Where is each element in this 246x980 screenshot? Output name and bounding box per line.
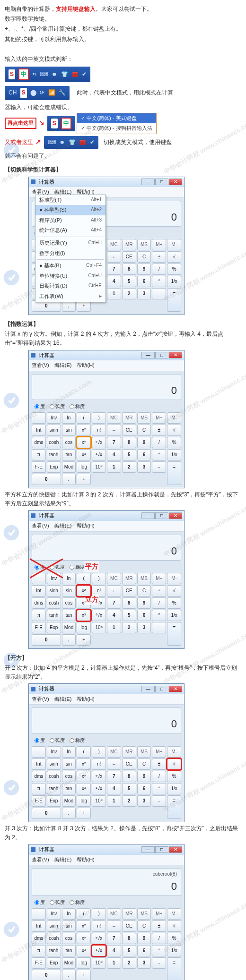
key-FE[interactable]: F-E [32, 461, 46, 473]
menu-item-basic[interactable]: ● 基本(B)Ctrl+F4 [35, 261, 105, 271]
key-8[interactable]: 8 [122, 437, 136, 448]
key-mul[interactable]: * [152, 610, 166, 621]
key-mul[interactable]: * [152, 945, 166, 956]
key-x3[interactable]: x³ [77, 449, 91, 460]
radio-grad[interactable]: 梯度 [70, 737, 85, 744]
key-Mm[interactable]: M- [167, 908, 181, 920]
key-eq[interactable]: = [167, 461, 181, 485]
key-log[interactable]: log [77, 622, 91, 633]
key-mul[interactable]: * [152, 449, 166, 460]
key-Int[interactable]: Int [32, 585, 46, 597]
key-MR[interactable]: MR [122, 573, 136, 584]
key-Mod[interactable]: Mod [62, 957, 76, 969]
key-tan[interactable]: tan [62, 945, 76, 956]
key-Mp[interactable]: M+ [152, 239, 166, 250]
key-5[interactable]: 5 [122, 449, 136, 460]
key-0[interactable]: 0 [32, 634, 61, 646]
key-inv[interactable]: 1/x [167, 945, 181, 956]
key-sqrt[interactable]: √ [167, 251, 181, 263]
menu-edit[interactable]: 编辑(E) [54, 362, 72, 368]
key-sqrt[interactable]: √ [167, 425, 181, 436]
key-MR[interactable]: MR [122, 908, 136, 920]
key-Int[interactable]: Int [32, 758, 46, 770]
key-Inv[interactable]: Inv [47, 908, 61, 920]
key-mul[interactable]: * [152, 783, 166, 794]
key-9[interactable]: 9 [137, 597, 151, 609]
key-6[interactable]: 6 [137, 449, 151, 460]
key-lp[interactable]: ( [77, 908, 91, 920]
menu-view[interactable]: 查看(V) [32, 362, 49, 368]
menu-view[interactable]: 查看(V) [32, 857, 49, 862]
key-MC[interactable]: MC [107, 239, 121, 250]
key-div[interactable]: / [152, 933, 166, 944]
key-dms[interactable]: dms [32, 437, 46, 448]
menu-help[interactable]: 帮助(H) [77, 523, 94, 528]
key-tan[interactable]: tan [62, 449, 76, 460]
key-add[interactable]: + [77, 634, 91, 646]
key-sqrt[interactable]: √ [167, 758, 181, 770]
key-xy[interactable]: xʸ [77, 771, 91, 782]
key-add[interactable]: + [77, 474, 91, 485]
close-button[interactable]: ✕ [169, 846, 182, 853]
close-button[interactable]: ✕ [169, 512, 182, 519]
key-back[interactable]: ← [107, 920, 121, 932]
key-sin[interactable]: sin [62, 425, 76, 436]
key-4[interactable]: 4 [107, 783, 121, 794]
key-sub[interactable]: - [152, 288, 166, 299]
key-C[interactable]: C [137, 920, 151, 932]
key-MS[interactable]: MS [137, 239, 151, 250]
key-Mm[interactable]: M- [167, 746, 181, 758]
key-dms[interactable]: dms [32, 933, 46, 944]
key-FE[interactable]: F-E [32, 957, 46, 969]
key-rp[interactable]: ) [92, 908, 106, 920]
key-sin[interactable]: sin [62, 758, 76, 770]
key-nfac[interactable]: n! [92, 585, 106, 597]
key-0[interactable]: 0 [32, 474, 61, 485]
key-lp[interactable]: ( [77, 412, 91, 424]
key-sub[interactable]: - [152, 461, 166, 473]
key-Mm[interactable]: M- [167, 239, 181, 250]
close-button[interactable]: ✕ [169, 352, 182, 358]
key-x2[interactable]: x² [77, 425, 91, 436]
key-xy[interactable]: xʸ [77, 437, 91, 448]
key-Mod[interactable]: Mod [62, 795, 76, 807]
key-Int[interactable]: Int [32, 425, 46, 436]
key-CE[interactable]: CE [122, 758, 136, 770]
key-eq[interactable]: = [167, 795, 181, 819]
menu-view[interactable]: 查看(V) [32, 189, 49, 195]
key-FE[interactable]: F-E [32, 622, 46, 633]
key-yrx[interactable]: ʸ√x [92, 437, 106, 448]
minimize-button[interactable]: — [141, 846, 155, 853]
menu-item-standard[interactable]: 标准型(T)Alt+1 [35, 195, 105, 205]
key-9[interactable]: 9 [137, 933, 151, 944]
key-1[interactable]: 1 [107, 795, 121, 807]
key-Mp[interactable]: M+ [152, 746, 166, 758]
key-7[interactable]: 7 [107, 771, 121, 782]
key-4[interactable]: 4 [107, 610, 121, 621]
menu-item-date[interactable]: 日期计算(D)Ctrl+E [35, 281, 105, 291]
key-rp[interactable]: ) [92, 573, 106, 584]
menu-help[interactable]: 帮助(H) [77, 696, 94, 702]
key-cosh[interactable]: cosh [47, 437, 61, 448]
minimize-button[interactable]: — [141, 686, 155, 692]
key-sub[interactable]: - [152, 957, 166, 969]
key-Mp[interactable]: M+ [152, 412, 166, 424]
key-4[interactable]: 4 [107, 276, 121, 287]
key-Exp[interactable]: Exp [47, 461, 61, 473]
minimize-button[interactable]: — [141, 179, 155, 185]
key-nfac[interactable]: n! [92, 425, 106, 436]
key-sqrt[interactable]: √ [167, 585, 181, 597]
key-cbrt[interactable]: ³√x [92, 945, 106, 956]
key-yrx[interactable]: ʸ√x [92, 597, 106, 609]
key-back[interactable]: ← [107, 758, 121, 770]
key-6[interactable]: 6 [137, 945, 151, 956]
key-0[interactable]: 0 [32, 970, 61, 980]
key-x3[interactable]: x³ [77, 783, 91, 794]
key-tenx[interactable]: 10ˣ [92, 461, 106, 473]
key-2[interactable]: 2 [122, 622, 136, 633]
key-MR[interactable]: MR [122, 239, 136, 250]
radio-rad[interactable]: 弧度 [50, 899, 65, 906]
key-sinh[interactable]: sinh [47, 758, 61, 770]
key-dot[interactable]: . [62, 634, 76, 646]
maximize-button[interactable]: □ [155, 352, 168, 358]
